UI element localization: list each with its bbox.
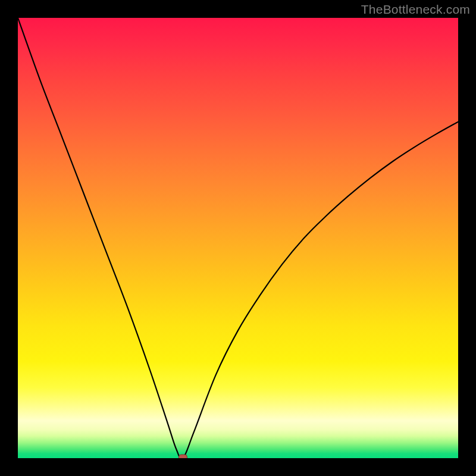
plot-area [18, 18, 458, 458]
bottleneck-curve [18, 18, 458, 458]
curve-layer [18, 18, 458, 458]
watermark-text: TheBottleneck.com [361, 2, 470, 17]
minimum-marker [179, 455, 187, 458]
chart-frame: TheBottleneck.com [0, 0, 476, 476]
